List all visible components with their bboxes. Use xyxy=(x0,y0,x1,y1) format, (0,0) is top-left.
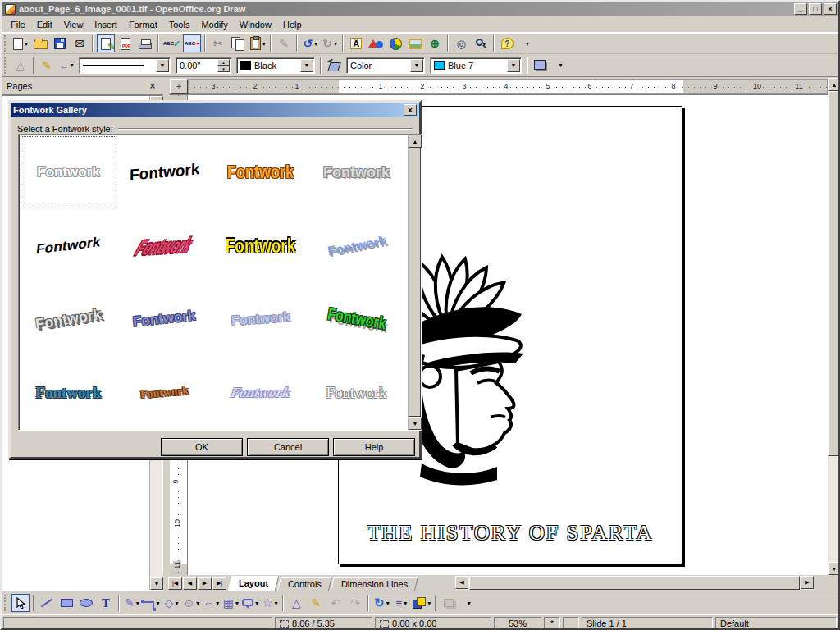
dropdown-button[interactable]: ▼ xyxy=(410,59,423,72)
chevron-down-icon[interactable]: ▾ xyxy=(175,600,178,607)
chevron-down-icon[interactable]: ▾ xyxy=(334,40,337,48)
menu-tools[interactable]: Tools xyxy=(163,18,196,31)
fontwork-style-silver-shadow[interactable]: Fontwork xyxy=(308,136,404,208)
spin-up-icon[interactable]: ▴ xyxy=(217,59,230,66)
scroll-down-icon[interactable]: ▼ xyxy=(150,577,163,590)
format-paintbrush-button[interactable]: ✎ xyxy=(275,34,293,52)
chevron-down-icon[interactable]: ▾ xyxy=(156,600,159,607)
ruler-origin-button[interactable]: + xyxy=(170,79,188,94)
paste-button[interactable]: ▾ xyxy=(249,34,267,52)
toolbar-grip[interactable] xyxy=(4,57,7,74)
email-button[interactable]: ✉ xyxy=(71,34,89,52)
next-page-button[interactable]: ▶ xyxy=(198,577,212,590)
dropdown-button[interactable]: ▼ xyxy=(300,59,313,72)
ellipse-tool-button[interactable] xyxy=(77,594,95,612)
maximize-button[interactable]: □ xyxy=(809,3,822,15)
line-tool-button[interactable] xyxy=(38,594,56,612)
arrange-button[interactable]: ▾ xyxy=(412,594,431,612)
toolbar-options-button[interactable]: ▾ xyxy=(459,594,477,612)
export-pdf-button[interactable]: PDF xyxy=(116,34,135,52)
fontwork-gallery-button[interactable]: Â xyxy=(347,34,365,52)
fontwork-style-blue-tilt[interactable]: Fontwork xyxy=(308,210,404,282)
undo-button[interactable]: ↺▾ xyxy=(301,34,319,52)
callouts-button[interactable]: ▾ xyxy=(241,594,259,612)
redo-button[interactable]: ↻▾ xyxy=(321,34,339,52)
line-width-spinner[interactable]: ▴ ▾ xyxy=(217,59,230,72)
horizontal-scrollbar[interactable]: ◀ ▶ xyxy=(455,576,814,590)
close-button[interactable]: × xyxy=(824,3,837,15)
navigator-button[interactable]: ◎ xyxy=(452,34,470,52)
scroll-down-icon[interactable]: ▼ xyxy=(828,562,840,575)
toolbar-options-button[interactable]: ▾ xyxy=(551,57,569,75)
status-zoom[interactable]: 53% xyxy=(494,617,541,630)
chevron-down-icon[interactable]: ▾ xyxy=(314,40,317,48)
toolbar-options-button[interactable]: ▾ xyxy=(518,34,536,52)
zoom-button[interactable]: ▾ xyxy=(472,34,490,52)
spin-down-icon[interactable]: ▾ xyxy=(217,66,230,72)
menu-modify[interactable]: Modify xyxy=(195,18,233,31)
dialog-title-bar[interactable]: Fontwork Gallery × xyxy=(11,103,419,117)
chart-button[interactable] xyxy=(386,34,404,52)
chevron-down-icon[interactable]: ▾ xyxy=(404,600,407,607)
rotate-button[interactable]: ↻▾ xyxy=(372,594,390,612)
fontwork-style-orange-bulge[interactable]: Fontwork xyxy=(212,136,308,208)
menu-format[interactable]: Format xyxy=(123,18,163,31)
open-button[interactable] xyxy=(31,34,49,52)
area-dialog-button[interactable] xyxy=(325,57,343,75)
cut-button[interactable]: ✂ xyxy=(209,34,227,52)
cancel-button[interactable]: Cancel xyxy=(247,438,329,456)
scroll-down-icon[interactable]: ▼ xyxy=(409,417,422,430)
ok-button[interactable]: OK xyxy=(161,438,243,456)
help-button[interactable]: ? xyxy=(498,34,516,52)
chevron-down-icon[interactable]: ▾ xyxy=(386,600,390,607)
fontwork-style-faded-blue-curve[interactable]: Fontwork xyxy=(212,283,308,355)
spellcheck-button[interactable]: ABC✓ xyxy=(162,34,181,52)
stars-button[interactable]: ☆▾ xyxy=(261,594,279,612)
line-dialog-button[interactable]: ✎ xyxy=(38,57,56,75)
scrollbar-thumb[interactable] xyxy=(469,576,800,590)
minimize-button[interactable]: _ xyxy=(794,3,807,15)
fontwork-style-lavender-slant[interactable]: Fontwork xyxy=(212,357,308,429)
chevron-down-icon[interactable]: ▾ xyxy=(262,40,266,48)
block-arrows-button[interactable]: ⇔▾ xyxy=(202,594,220,612)
line-color-select[interactable]: Black ▼ xyxy=(236,57,315,74)
line-width-value[interactable]: 0.00" xyxy=(180,61,200,71)
chevron-down-icon[interactable]: ▾ xyxy=(136,600,139,607)
scrollbar-thumb[interactable] xyxy=(409,148,421,417)
chevron-down-icon[interactable]: ▾ xyxy=(235,600,239,607)
tab-dimension-lines[interactable]: Dimension Lines xyxy=(331,577,419,591)
arrow-style-button[interactable]: ←▾ xyxy=(57,57,75,75)
title-bar[interactable]: about_Page_6_Image_0001.tif - OpenOffice… xyxy=(2,2,838,16)
auto-spellcheck-button[interactable]: ABC~ xyxy=(183,34,201,52)
gallery-button[interactable] xyxy=(406,34,424,52)
toolbar-grip[interactable] xyxy=(4,595,7,611)
flowchart-button[interactable]: ▦▾ xyxy=(221,594,240,612)
last-page-button[interactable]: ▶| xyxy=(212,577,226,590)
edit-points-button[interactable]: △ xyxy=(11,57,30,75)
select-tool-button[interactable] xyxy=(11,594,30,612)
chevron-down-icon[interactable]: ▾ xyxy=(25,40,28,48)
glue-points-button[interactable]: ✎ xyxy=(307,594,325,612)
text-tool-button[interactable]: T xyxy=(97,594,115,612)
fontwork-style-yellow-arch[interactable]: Fontwork xyxy=(212,210,308,282)
hyperlink-button[interactable]: ⊕ xyxy=(426,34,444,52)
scroll-right-icon[interactable]: ▶ xyxy=(801,576,814,589)
effects-left-button[interactable]: ↶ xyxy=(326,594,345,612)
fontwork-style-green-arc[interactable]: Fontwork xyxy=(308,283,404,355)
gallery-scrollbar[interactable]: ▲ ▼ xyxy=(408,135,421,430)
chevron-down-icon[interactable]: ▾ xyxy=(275,600,278,607)
pages-close-icon[interactable]: × xyxy=(147,80,158,92)
points-button[interactable]: △ xyxy=(287,594,305,612)
print-button[interactable] xyxy=(136,34,154,52)
scroll-up-icon[interactable]: ▲ xyxy=(409,135,422,148)
copy-button[interactable] xyxy=(229,34,247,52)
tab-layout[interactable]: Layout xyxy=(228,576,280,591)
save-button[interactable] xyxy=(51,34,69,52)
scroll-left-icon[interactable]: ◀ xyxy=(455,576,468,589)
menu-edit[interactable]: Edit xyxy=(31,18,58,31)
fill-color-select[interactable]: Blue 7 ▼ xyxy=(430,57,522,74)
chevron-down-icon[interactable]: ▾ xyxy=(216,600,219,607)
fontwork-style-plain-outline[interactable]: Fontwork xyxy=(21,136,116,208)
fontwork-style-black-wave[interactable]: Fontwork xyxy=(116,136,212,208)
scroll-up-icon[interactable]: ▲ xyxy=(828,78,840,91)
